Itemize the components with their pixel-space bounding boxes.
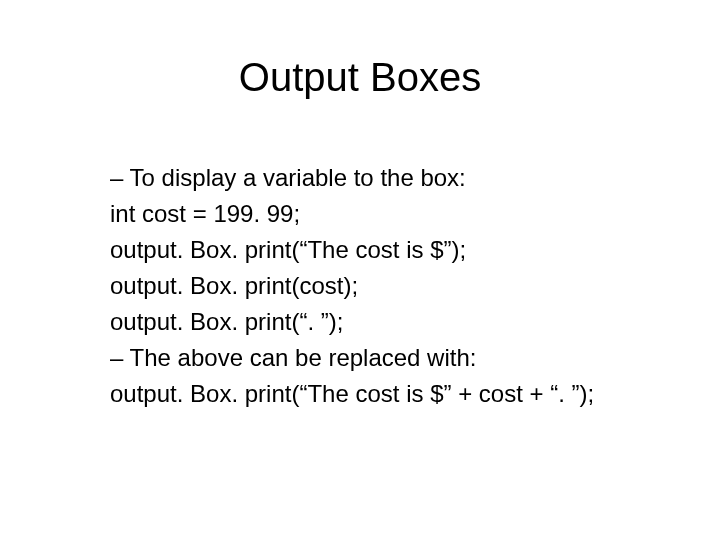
slide-container: Output Boxes – To display a variable to … xyxy=(0,0,720,540)
body-line: output. Box. print(“The cost is $”); xyxy=(110,232,720,268)
body-line: output. Box. print(“The cost is $” + cos… xyxy=(110,376,720,412)
body-line: – To display a variable to the box: xyxy=(110,160,720,196)
body-line: output. Box. print(“. ”); xyxy=(110,304,720,340)
body-line: – The above can be replaced with: xyxy=(110,340,720,376)
slide-body: – To display a variable to the box: int … xyxy=(0,160,720,412)
body-line: int cost = 199. 99; xyxy=(110,196,720,232)
slide-title: Output Boxes xyxy=(0,55,720,100)
body-line: output. Box. print(cost); xyxy=(110,268,720,304)
